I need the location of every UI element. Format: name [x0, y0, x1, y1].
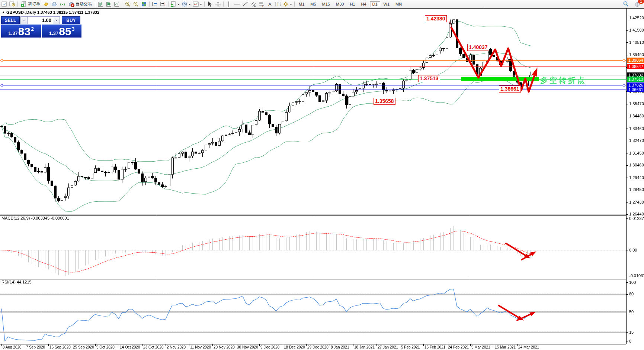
new-chart-icon[interactable]	[0, 1, 8, 7]
toolbar-separator	[95, 1, 95, 7]
price-tag: 1.38547	[627, 64, 644, 69]
volume-input[interactable]	[28, 16, 53, 24]
price-tick: 1.31450	[629, 151, 644, 155]
bars-icon[interactable]	[96, 1, 105, 7]
macd-tick: 0.00	[629, 248, 637, 252]
indicators-dropdown[interactable]	[170, 1, 181, 7]
crosshair-icon[interactable]	[214, 1, 222, 7]
arrows-dropdown[interactable]	[282, 1, 293, 7]
buy-price-big: 85	[59, 26, 71, 37]
date-tick: 18 Dec 2020	[284, 345, 305, 349]
price-annotation[interactable]: 1.42380	[425, 15, 447, 22]
buy-price-small: 1.37	[49, 30, 58, 36]
timeframe-bar: M1M5M15M30H1H4D1W1MN	[296, 1, 405, 7]
toolbar-separator	[223, 1, 224, 7]
new-order-icon	[21, 1, 27, 7]
date-tick: 27 Jan 2021	[378, 345, 398, 349]
web-terminal-icon[interactable]	[50, 1, 58, 7]
main-toolbar: 新订单 自动交易	[0, 0, 644, 8]
price-annotation[interactable]: 1.35658	[374, 98, 395, 105]
svg-text:F: F	[262, 5, 264, 7]
timeframe-h1[interactable]: H1	[347, 1, 358, 7]
search-icon[interactable]	[622, 1, 630, 7]
date-tick: 15 Mar 2021	[495, 345, 516, 349]
price-tick: 1.35470	[629, 101, 644, 106]
price-tick: 1.32470	[629, 138, 644, 143]
fibonacci-icon[interactable]: F	[257, 1, 266, 7]
price-tick: 1.30460	[629, 163, 644, 167]
label-icon[interactable]: T	[274, 1, 282, 7]
date-tick: 5 Oct 2020	[96, 345, 115, 349]
price-tick: 1.33460	[629, 126, 644, 131]
chart-shift-icon[interactable]	[159, 1, 167, 7]
toolbar-separator	[17, 1, 18, 7]
price-tick: 1.28450	[629, 187, 644, 192]
auto-scroll-icon[interactable]	[151, 1, 159, 7]
rsi-label: RSI(14) 44.1215	[1, 280, 32, 284]
trendline-icon[interactable]	[241, 1, 249, 7]
tile-windows-icon[interactable]	[140, 1, 148, 7]
sell-button[interactable]: SELL	[1, 16, 20, 24]
date-tick: 24 Mar 2021	[518, 345, 539, 349]
timeframe-m1[interactable]: M1	[296, 1, 307, 7]
deposit-icon[interactable]	[42, 1, 50, 7]
volume-increase-button[interactable]: ▲	[53, 16, 60, 24]
timeframe-h4[interactable]: H4	[358, 1, 369, 7]
zoom-in-icon[interactable]	[124, 1, 132, 7]
profiles-icon[interactable]	[8, 1, 16, 7]
sell-price-big: 83	[18, 26, 31, 37]
sell-price-display[interactable]: 1.37 83 2	[1, 25, 41, 38]
timeframe-m5[interactable]: M5	[308, 1, 318, 7]
line-chart-icon[interactable]	[113, 1, 121, 7]
volume-decrease-button[interactable]: ▼	[20, 16, 28, 24]
date-tick: 24 Feb 2021	[448, 345, 469, 349]
date-tick: 16 Sep 2020	[49, 345, 71, 349]
price-tick: 1.27430	[629, 200, 644, 204]
buy-price-display[interactable]: 1.37 85 3	[42, 25, 81, 38]
macd-tick: -0.010374	[629, 273, 644, 278]
auto-trading-icon	[68, 1, 74, 7]
date-tick: 14 Oct 2020	[120, 345, 140, 349]
date-tick: 20 Nov 2020	[214, 345, 235, 349]
price-annotation[interactable]: 1.36661	[499, 85, 521, 93]
svg-text:T: T	[277, 2, 279, 6]
toolbar-separator	[294, 1, 295, 7]
date-tick: 9 Dec 2020	[260, 345, 279, 349]
price-tick: 1.34480	[629, 114, 644, 118]
cursor-icon[interactable]	[206, 1, 214, 7]
date-tick: 5 Feb 2021	[401, 345, 420, 349]
collapse-marker-icon[interactable]: ▲	[2, 10, 5, 14]
signals-icon[interactable]	[58, 1, 67, 7]
price-tag: 1.36661	[627, 87, 644, 92]
timeframe-w1[interactable]: W1	[381, 1, 393, 7]
price-annotation[interactable]: 1.40037	[467, 44, 489, 51]
auto-trading-button[interactable]: 自动交易	[67, 1, 94, 7]
zoom-out-icon[interactable]	[132, 1, 140, 7]
community-icon[interactable]: 1	[634, 1, 642, 7]
price-tick: 1.29440	[629, 175, 644, 180]
channel-icon[interactable]: E	[249, 1, 257, 7]
timeframe-d1[interactable]: D1	[370, 1, 380, 7]
turning-point-note[interactable]: 多空转折点	[540, 75, 587, 85]
periods-dropdown[interactable]	[181, 1, 192, 7]
text-icon[interactable]: A	[266, 1, 274, 7]
timeframe-m15[interactable]: M15	[320, 1, 333, 7]
timeframe-m30[interactable]: M30	[333, 1, 346, 7]
price-annotation[interactable]: 1.37513	[418, 75, 440, 82]
svg-text:E: E	[254, 4, 256, 7]
price-tick: 1.39490	[629, 52, 644, 57]
vline-icon[interactable]	[225, 1, 233, 7]
buy-button[interactable]: BUY	[62, 16, 80, 24]
timeframe-mn[interactable]: MN	[393, 1, 404, 7]
date-tick: 2 Nov 2020	[167, 345, 186, 349]
hline-icon[interactable]	[233, 1, 241, 7]
price-chart-canvas[interactable]	[0, 0, 644, 350]
rsi-tick: 15	[629, 330, 634, 334]
date-tick: 23 Oct 2020	[143, 345, 163, 349]
new-order-button[interactable]: 新订单	[19, 1, 42, 7]
candles-icon[interactable]	[105, 1, 113, 7]
date-tick: 30 Nov 2020	[237, 345, 258, 349]
rsi-tick: 50	[629, 310, 634, 314]
templates-dropdown[interactable]	[192, 1, 203, 7]
date-tick: 8 Jan 2021	[331, 345, 349, 349]
